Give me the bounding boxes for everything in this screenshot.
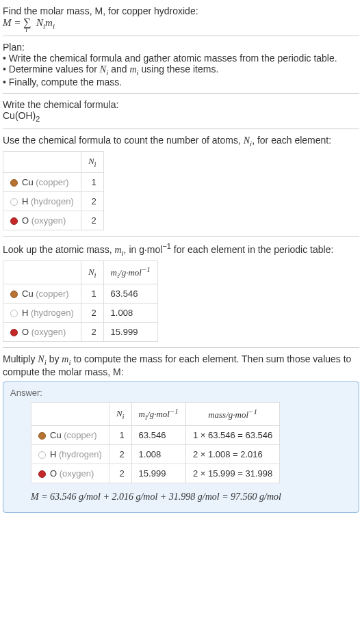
mi-cell: 63.546 (103, 284, 157, 304)
answer-table: Ni mi/g·mol−1 mass/g·mol−1 Cu (copper) 1… (31, 402, 280, 483)
table-row: H (hydrogen) 2 (3, 191, 104, 211)
element-cell: O (oxygen) (3, 211, 81, 230)
element-dot-icon (10, 329, 18, 336)
mi-cell: 63.546 (131, 426, 185, 445)
empty-header (3, 152, 81, 173)
plan-bullet-3: • Finally, compute the mass. (3, 77, 359, 88)
ni-cell: 2 (81, 211, 103, 230)
element-dot-icon (10, 217, 18, 225)
ni-cell: 1 (109, 426, 131, 445)
table-row: H (hydrogen) 2 1.008 (3, 304, 158, 323)
element-cell: H (hydrogen) (3, 304, 81, 323)
write-formula-title: Write the chemical formula: (3, 99, 359, 110)
lookup-section: Look up the atomic mass, mi, in g·mol−1 … (3, 239, 359, 345)
count-table: Ni Cu (copper) 1 H (hydrogen) 2 O (oxyge… (3, 151, 104, 230)
ni-header: Ni (81, 261, 103, 284)
chemical-formula: Cu(OH)2 (3, 110, 359, 123)
table-row: O (oxygen) 2 15.999 2 × 15.999 = 31.998 (31, 464, 280, 483)
empty-header (31, 403, 109, 426)
write-formula-section: Write the chemical formula: Cu(OH)2 (3, 96, 359, 126)
ni-cell: 2 (81, 323, 103, 342)
element-dot-icon (38, 432, 46, 440)
ni-header: Ni (109, 403, 131, 426)
divider (3, 236, 359, 237)
table-row: Cu (copper) 1 (3, 172, 104, 191)
final-equation: M = 63.546 g/mol + 2.016 g/mol + 31.998 … (31, 492, 352, 502)
multiply-text: Multiply Ni by mi to compute the mass fo… (3, 353, 359, 377)
ni-cell: 2 (81, 304, 103, 323)
table-header-row: Ni mi/g·mol−1 (3, 261, 158, 284)
element-cell: Cu (copper) (3, 284, 81, 304)
intro-section: Find the molar mass, M, for copper hydro… (3, 3, 359, 33)
lookup-table: Ni mi/g·mol−1 Cu (copper) 1 63.546 H (hy… (3, 260, 158, 342)
element-cell: O (oxygen) (31, 464, 109, 483)
mi-cell: 15.999 (103, 323, 157, 342)
multiply-section: Multiply Ni by mi to compute the mass fo… (3, 351, 359, 515)
ni-header: Ni (81, 152, 103, 173)
plan-title: Plan: (3, 42, 359, 53)
mi-header: mi/g·mol−1 (131, 403, 185, 426)
divider (3, 347, 359, 348)
ni-cell: 2 (109, 464, 131, 483)
table-header-row: Ni mi/g·mol−1 mass/g·mol−1 (31, 403, 280, 426)
mass-cell: 1 × 63.546 = 63.546 (185, 426, 279, 445)
mi-cell: 15.999 (131, 464, 185, 483)
empty-header (3, 261, 81, 284)
divider (3, 36, 359, 36)
element-dot-icon (10, 179, 18, 187)
answer-label: Answer: (10, 388, 352, 398)
ni-cell: 2 (109, 445, 131, 464)
mi-header: mi/g·mol−1 (103, 261, 157, 284)
table-row: O (oxygen) 2 (3, 211, 104, 230)
table-row: Cu (copper) 1 63.546 1 × 63.546 = 63.546 (31, 426, 280, 445)
count-title: Use the chemical formula to count the nu… (3, 135, 359, 148)
plan-section: Plan: • Write the chemical formula and g… (3, 39, 359, 90)
molar-mass-formula: M = ∑i Nimi (3, 16, 359, 30)
plan-bullet-2: • Determine values for Ni and mi using t… (3, 64, 359, 77)
element-cell: O (oxygen) (3, 323, 81, 342)
table-row: O (oxygen) 2 15.999 (3, 323, 158, 342)
intro-line1: Find the molar mass, M, for copper hydro… (3, 5, 359, 16)
element-dot-icon (38, 451, 46, 459)
element-cell: H (hydrogen) (31, 445, 109, 464)
intro-text: Find the molar mass, M, for copper hydro… (3, 5, 198, 16)
mi-cell: 1.008 (131, 445, 185, 464)
mass-cell: 2 × 1.008 = 2.016 (185, 445, 279, 464)
lookup-title: Look up the atomic mass, mi, in g·mol−1 … (3, 242, 359, 256)
element-cell: Cu (copper) (3, 172, 81, 191)
element-dot-icon (38, 470, 46, 478)
ni-cell: 2 (81, 191, 103, 211)
count-section: Use the chemical formula to count the nu… (3, 132, 359, 233)
mass-cell: 2 × 15.999 = 31.998 (185, 464, 279, 483)
table-header-row: Ni (3, 152, 104, 173)
element-cell: H (hydrogen) (3, 191, 81, 211)
element-dot-icon (10, 198, 18, 206)
ni-cell: 1 (81, 172, 103, 191)
divider (3, 129, 359, 129)
ni-cell: 1 (81, 284, 103, 304)
table-row: H (hydrogen) 2 1.008 2 × 1.008 = 2.016 (31, 445, 280, 464)
element-dot-icon (10, 291, 18, 298)
table-row: Cu (copper) 1 63.546 (3, 284, 158, 304)
mass-header: mass/g·mol−1 (185, 403, 279, 426)
element-cell: Cu (copper) (31, 426, 109, 445)
element-dot-icon (10, 310, 18, 317)
plan-bullet-1: • Write the chemical formula and gather … (3, 53, 359, 64)
divider (3, 93, 359, 94)
mi-cell: 1.008 (103, 304, 157, 323)
answer-box: Answer: Ni mi/g·mol−1 mass/g·mol−1 Cu (c… (3, 381, 359, 513)
